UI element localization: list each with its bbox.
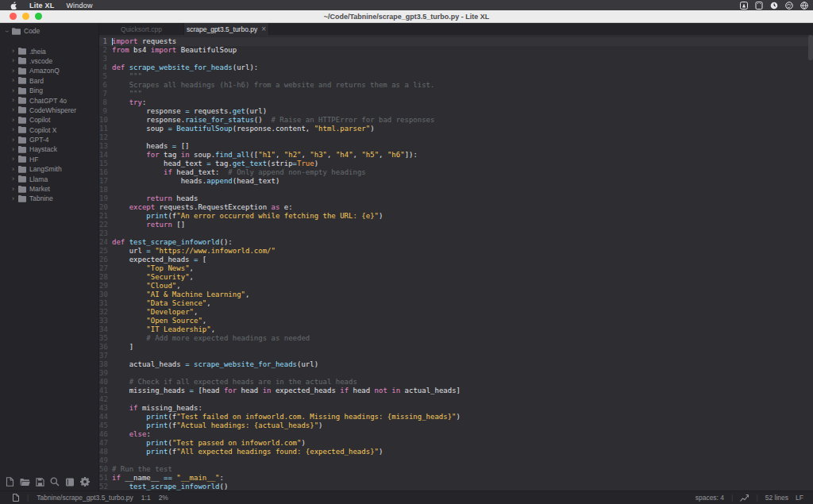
- code-line[interactable]: 26 expected_heads = [: [99, 256, 813, 264]
- code-line[interactable]: 40 # Check if all expected heads are in …: [99, 378, 813, 387]
- tree-item-llama[interactable]: ›Llama: [10, 174, 98, 183]
- status-scroll-percent[interactable]: 2%: [159, 494, 168, 502]
- code-line[interactable]: 25 url = "https://www.infoworld.com/": [99, 247, 813, 256]
- tree-item-code-root[interactable]: › Code: [3, 26, 98, 36]
- tab-quicksort-cpp[interactable]: Quicksort.cpp: [99, 23, 184, 35]
- siri-icon[interactable]: [785, 2, 793, 10]
- code-line[interactable]: 23: [99, 229, 813, 238]
- tree-item-haystack[interactable]: ›Haystack: [10, 144, 98, 154]
- code-line[interactable]: 20 except requests.RequestException as e…: [99, 203, 813, 212]
- display-icon[interactable]: [755, 2, 763, 10]
- code-line[interactable]: 38 actual_heads = scrape_website_for_hea…: [99, 360, 813, 369]
- menubar-app-menu[interactable]: Lite XL: [29, 2, 54, 10]
- book-icon[interactable]: [65, 478, 75, 487]
- tree-item-tabnine[interactable]: ›Tabnine: [10, 194, 98, 203]
- code-line[interactable]: 3: [99, 55, 813, 63]
- code-line[interactable]: 48 print(f"All expected headings found: …: [99, 448, 813, 456]
- code-line[interactable]: 16 if head_text: # Only append non-empty…: [99, 168, 813, 177]
- code-line[interactable]: 21 print(f"An error occurred while fetch…: [99, 212, 813, 221]
- code-line[interactable]: 8 try:: [99, 98, 813, 107]
- code-line[interactable]: 24def test_scrape_infoworld():: [99, 238, 813, 247]
- code-line[interactable]: 39: [99, 369, 813, 378]
- code-line[interactable]: 35 # Add more expected headings as neede…: [99, 334, 813, 343]
- close-tab-icon[interactable]: ×: [261, 25, 266, 33]
- code-line[interactable]: 32 "Developer",: [99, 308, 813, 317]
- search-icon[interactable]: [50, 477, 60, 487]
- status-indent-mode[interactable]: spaces: 4: [695, 494, 724, 502]
- code-line[interactable]: 41 missing_heads = [head for head in exp…: [99, 387, 813, 395]
- tree-item-bard[interactable]: ›Bard: [10, 76, 98, 86]
- code-line[interactable]: 12: [99, 133, 813, 142]
- status-divider: |: [731, 494, 733, 502]
- tree-item-gpt-4[interactable]: ›GPT-4: [10, 135, 98, 144]
- tree-item-theia[interactable]: ›.theia: [10, 46, 98, 56]
- tree-item-chatgpt-4o[interactable]: ›ChatGPT 4o: [10, 95, 98, 105]
- tree-item-copilot-x[interactable]: ›Copilot X: [10, 125, 98, 135]
- code-line[interactable]: 42: [99, 395, 813, 404]
- code-line[interactable]: 7 """: [99, 90, 813, 98]
- tree-item-codewhisperer[interactable]: ›CodeWhisperer: [10, 106, 98, 115]
- code-line[interactable]: 46 else:: [99, 430, 813, 439]
- tree-item-amazonq[interactable]: ›AmazonQ: [10, 66, 98, 75]
- code-line[interactable]: 1import requests: [99, 37, 813, 46]
- save-icon[interactable]: [36, 478, 44, 487]
- status-cursor-position[interactable]: 1:1: [141, 494, 151, 502]
- status-line-count[interactable]: 52 lines: [765, 494, 788, 502]
- minimize-window-button[interactable]: [22, 13, 29, 20]
- code-line[interactable]: 11 soup = BeautifulSoup(response.content…: [99, 125, 813, 133]
- code-line[interactable]: 47 print("Test passed on infoworld.com"): [99, 439, 813, 448]
- tab-scrape-gpt35-turbo-py[interactable]: scrape_gpt3.5_turbo.py ×: [184, 23, 269, 35]
- code-line[interactable]: 19 return heads: [99, 194, 813, 203]
- code-line[interactable]: 17 heads.append(head_text): [99, 177, 813, 186]
- code-line[interactable]: 4def scrape_website_for_heads(url):: [99, 63, 813, 72]
- tree-item-vscode[interactable]: ›.vscode: [10, 56, 98, 66]
- code-line[interactable]: 27 "Top News",: [99, 264, 813, 273]
- code-line[interactable]: 33 "Open Source",: [99, 317, 813, 325]
- code-line[interactable]: 51if __name__ == "__main__":: [99, 474, 813, 483]
- tree-item-langsmith[interactable]: ›LangSmith: [10, 164, 98, 174]
- menubar-window-menu[interactable]: Window: [66, 2, 92, 10]
- code-line[interactable]: 18: [99, 186, 813, 194]
- new-file-icon[interactable]: [6, 477, 14, 487]
- code-line[interactable]: 9 response = requests.get(url): [99, 107, 813, 116]
- code-line[interactable]: 50# Run the test: [99, 465, 813, 474]
- tree-item-market[interactable]: ›Market: [10, 184, 98, 194]
- open-folder-icon[interactable]: [20, 478, 30, 487]
- input-source-icon[interactable]: [740, 2, 748, 10]
- code-line[interactable]: 43 if missing_heads:: [99, 404, 813, 413]
- code-line[interactable]: 49: [99, 456, 813, 465]
- code-line[interactable]: 45 print(f"Actual headings: {actual_head…: [99, 421, 813, 430]
- code-line[interactable]: 14 for tag in soup.find_all(["h1", "h2",…: [99, 151, 813, 160]
- status-file-path[interactable]: Tabnine/scrape_gpt3.5_turbo.py: [37, 494, 133, 502]
- clock-icon[interactable]: [770, 2, 778, 10]
- code-line[interactable]: 2from bs4 import BeautifulSoup: [99, 46, 813, 55]
- code-line[interactable]: 52 test_scrape_infoworld(): [99, 483, 813, 491]
- control-center-icon[interactable]: [800, 2, 808, 10]
- close-window-button[interactable]: [10, 13, 17, 20]
- line-chart-icon[interactable]: [740, 494, 749, 502]
- code-line[interactable]: 13 heads = []: [99, 142, 813, 151]
- code-line[interactable]: 28 "Security",: [99, 273, 813, 282]
- code-line[interactable]: 5 """: [99, 72, 813, 81]
- tree-item-hf[interactable]: ›HF: [10, 155, 98, 164]
- code-line[interactable]: 29 "Cloud",: [99, 282, 813, 290]
- code-line[interactable]: 36 ]: [99, 343, 813, 352]
- code-line[interactable]: 37: [99, 352, 813, 360]
- apple-menu-icon[interactable]: [10, 2, 17, 10]
- code-line[interactable]: 22 return []: [99, 221, 813, 229]
- code-line[interactable]: 34 "IT Leadership",: [99, 325, 813, 334]
- code-editor[interactable]: 1import requests2from bs4 import Beautif…: [99, 35, 813, 491]
- code-line[interactable]: 31 "Data Science",: [99, 299, 813, 308]
- code-line[interactable]: 44 print(f"Test failed on infoworld.com.…: [99, 413, 813, 421]
- code-line[interactable]: 6 Scrapes all headings (h1-h6) from a we…: [99, 81, 813, 90]
- code-line[interactable]: 15 head_text = tag.get_text(strip=True): [99, 160, 813, 168]
- zoom-window-button[interactable]: [35, 13, 42, 20]
- settings-gear-icon[interactable]: [80, 477, 90, 487]
- tree-item-bing[interactable]: ›Bing: [10, 86, 98, 95]
- code-line[interactable]: 10 response.raise_for_status() # Raise a…: [99, 116, 813, 125]
- code-line[interactable]: 30 "AI & Machine Learning",: [99, 290, 813, 299]
- tree-item-copilot[interactable]: ›Copilot: [10, 115, 98, 125]
- status-line-ending[interactable]: LF: [796, 494, 803, 502]
- window-title-bar[interactable]: ~/Code/Tabnine/scrape_gpt3.5_turbo.py - …: [0, 10, 813, 23]
- editor-scrollbar[interactable]: [808, 35, 813, 60]
